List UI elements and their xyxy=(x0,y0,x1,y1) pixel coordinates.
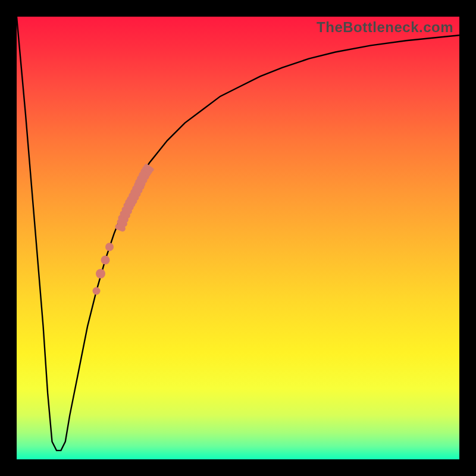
highlight-point xyxy=(92,287,100,295)
highlight-point xyxy=(96,269,105,278)
chart-frame: TheBottleneck.com xyxy=(0,0,476,476)
highlight-point xyxy=(105,243,114,251)
plot-area: TheBottleneck.com xyxy=(17,17,459,459)
highlight-point xyxy=(101,256,109,265)
watermark-text: TheBottleneck.com xyxy=(317,19,453,36)
data-points-layer xyxy=(17,17,459,459)
